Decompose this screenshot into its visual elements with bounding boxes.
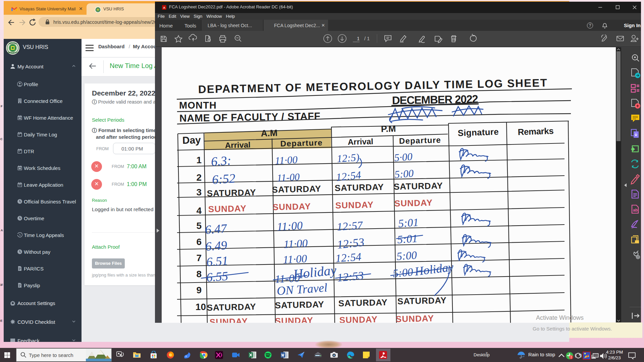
svg-text:11·00: 11·00 <box>282 252 307 266</box>
svg-text:Signature: Signature <box>458 127 499 138</box>
svg-text:ab: ab <box>633 208 638 213</box>
svg-text:MONTH: MONTH <box>179 100 216 111</box>
svg-text:11:00: 11:00 <box>276 219 303 233</box>
svg-text:SATURDAY: SATURDAY <box>272 184 321 195</box>
svg-text:1: 1 <box>196 155 202 165</box>
svg-text:Arrival: Arrival <box>225 140 251 150</box>
svg-text:7: 7 <box>196 253 202 263</box>
svg-text:8: 8 <box>196 269 202 279</box>
svg-text:SUNDAY: SUNDAY <box>209 316 248 323</box>
svg-text:5:01: 5:01 <box>398 216 419 230</box>
svg-text:1: 1 <box>357 36 360 41</box>
svg-text:SATURDAY: SATURDAY <box>207 302 256 313</box>
svg-text:SUNDAY: SUNDAY <box>208 203 246 214</box>
svg-text:6.51: 6.51 <box>206 254 228 269</box>
svg-text:5:01: 5:01 <box>397 232 418 246</box>
svg-text:11·00: 11·00 <box>283 237 308 250</box>
svg-text:11·00: 11·00 <box>275 154 298 167</box>
svg-text:NAME OF FACULTY / STAFF: NAME OF FACULTY / STAFF <box>179 110 320 124</box>
svg-text:VISAYAS: VISAYAS <box>9 43 16 45</box>
svg-text:3: 3 <box>196 187 202 197</box>
svg-text:SATURDAY: SATURDAY <box>338 297 387 308</box>
svg-text:Departure: Departure <box>280 138 322 148</box>
svg-text:SUNDAY: SUNDAY <box>272 201 311 212</box>
svg-text:SATURDAY: SATURDAY <box>207 187 256 198</box>
svg-text:P.M: P.M <box>381 124 396 134</box>
svg-text:5:00: 5:00 <box>394 167 414 180</box>
svg-text:10: 10 <box>196 302 206 312</box>
svg-text:11-00: 11-00 <box>277 171 300 183</box>
svg-text:SUNDAY: SUNDAY <box>275 315 313 323</box>
svg-text:SUNDAY: SUNDAY <box>339 314 377 323</box>
svg-text:SUNDAY: SUNDAY <box>335 199 373 210</box>
svg-text:5·00: 5·00 <box>394 150 413 164</box>
svg-text:12:5): 12:5) <box>336 151 360 165</box>
svg-text:6.3:: 6.3: <box>211 153 232 169</box>
svg-text:5: 5 <box>196 221 202 231</box>
svg-text:5:00: 5:00 <box>396 249 417 262</box>
svg-text:/ 1: / 1 <box>364 36 370 41</box>
svg-text:SATURDAY: SATURDAY <box>393 181 443 192</box>
svg-text:Departure: Departure <box>399 135 441 145</box>
svg-text:12:54: 12:54 <box>335 251 362 264</box>
svg-text:SATURDAY: SATURDAY <box>397 295 446 306</box>
svg-text:SATURDAY: SATURDAY <box>275 299 324 310</box>
svg-text:A.M: A.M <box>261 128 277 138</box>
svg-text:A: A <box>163 6 165 9</box>
svg-text:9: 9 <box>196 285 202 295</box>
svg-text:2: 2 <box>196 172 202 183</box>
svg-text:SUNDAY: SUNDAY <box>395 313 434 323</box>
svg-text:Day: Day <box>182 134 201 146</box>
svg-text:UNIVERSITY: UNIVERSITY <box>7 52 18 54</box>
svg-text:6.49: 6.49 <box>205 238 227 253</box>
svg-text:6.47: 6.47 <box>205 221 228 237</box>
svg-text:6: 6 <box>196 237 202 247</box>
svg-text:SATURDAY: SATURDAY <box>334 182 384 193</box>
svg-text:6:52: 6:52 <box>212 171 236 187</box>
svg-text:Arrival: Arrival <box>347 137 373 146</box>
svg-text:SUNDAY: SUNDAY <box>394 197 432 208</box>
svg-text:12:57: 12:57 <box>336 219 364 233</box>
svg-text:Remarks: Remarks <box>518 126 554 137</box>
svg-text:4: 4 <box>196 205 202 216</box>
